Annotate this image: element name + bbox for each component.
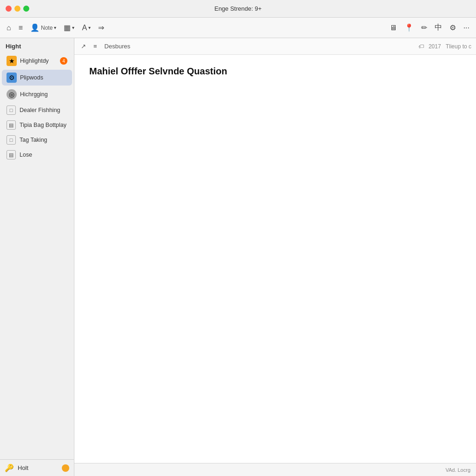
toolbar-right: 🖥 📍 ✏ 中 ⚙ ··· [387,21,472,34]
gear-icon: ⚙ [450,23,456,32]
sidebar-item-highlightdy[interactable]: ★ Highlightdy 4 [2,53,72,69]
sidebar-item-label-highlightdy: Highlightdy [20,58,49,64]
more-button[interactable]: ··· [461,22,472,34]
more-icon: ··· [463,24,469,32]
person-icon: 👤 [30,23,40,32]
key-icon: 🔑 [5,463,14,472]
content-toolbar: ↗ ≡ Desbures 🏷 2017 Tlieup to c [74,38,476,55]
close-button[interactable] [6,6,12,12]
minimize-button[interactable] [14,6,20,12]
location-button[interactable]: 📍 [402,21,416,34]
year-label: 2017 [429,43,441,50]
forward-icon: ⇒ [98,23,104,32]
toolbar-right-info: 🏷 2017 Tlieup to c [418,43,471,50]
main-toolbar: ⌂ ≡ 👤 Note ▾ ▦ ▾ A ▾ ⇒ 🖥 📍 ✏ 中 ⚙ [0,18,476,38]
expand-button[interactable]: ↗ [79,42,88,51]
table-button[interactable]: ▦ ▾ [61,21,77,34]
list-view-button[interactable]: ≡ [92,42,99,51]
sidebar-item-hichrgging[interactable]: ◎ Hichrgging [2,86,72,102]
chevron-down-icon: ▾ [54,25,56,30]
screen-icon: 🖥 [390,24,397,32]
sidebar-item-label-tipia: Tipia Bag Bottplay [20,122,66,128]
sidebar-item-label-tag-taking: Tag Taking [20,137,47,143]
screen-button[interactable]: 🖥 [387,22,400,34]
hichrgging-icon: ◎ [7,89,17,99]
home-icon: ⌂ [7,24,11,32]
list-icon: ≡ [93,43,97,50]
tag-icon: 🏷 [418,43,424,50]
home-button[interactable]: ⌂ [4,22,14,34]
main-area: Hight ★ Highlightdy 4 ⚙ Plipwods ◎ Hichr… [0,38,476,476]
lose-icon: ▤ [7,150,16,159]
maximize-button[interactable] [23,6,29,12]
sidebar-item-dealer-fishhing[interactable]: □ Dealer Fishhing [2,103,72,117]
tag-taking-icon: □ [7,135,16,145]
status-text: VAd. Locrg [445,467,470,473]
sidebar-item-label-plipwods: Plipwods [20,74,43,81]
settings-button[interactable]: ⚙ [447,21,459,34]
menu-icon: ≡ [19,24,23,32]
translate-button[interactable]: 中 [432,21,445,34]
expand-icon: ↗ [81,43,86,50]
sidebar-footer[interactable]: 🔑 Holt [0,459,74,476]
sidebar-item-tipia-bag-bottplay[interactable]: ▤ Tipia Bag Bottplay [2,118,72,132]
sidebar-item-plipwods[interactable]: ⚙ Plipwods [2,70,72,86]
sidebar-item-label-dealer-fishhing: Dealer Fishhing [20,107,60,113]
tipia-icon: ▤ [7,120,16,130]
highlightdy-badge: 4 [60,57,67,65]
sidebar: Hight ★ Highlightdy 4 ⚙ Plipwods ◎ Hichr… [0,38,74,476]
forward-button[interactable]: ⇒ [95,21,107,34]
table-icon: ▦ [64,23,71,32]
location-icon: 📍 [404,23,414,32]
sidebar-item-tag-taking[interactable]: □ Tag Taking [2,133,72,147]
footer-badge [62,464,69,472]
pencil-button[interactable]: ✏ [418,21,430,34]
traffic-lights [6,6,29,12]
sidebar-header: Hight [0,38,74,53]
plipwods-icon: ⚙ [7,73,17,83]
sidebar-item-label-lose: Lose [20,152,32,158]
footer-label: Holt [18,464,28,471]
text-icon: A [82,24,87,32]
content-area: ↗ ≡ Desbures 🏷 2017 Tlieup to c Mahiel O… [74,38,476,476]
note-button[interactable]: 👤 Note ▾ [27,21,59,34]
note-area[interactable]: Mahiel Offfer Selvnde Quastion [74,55,476,463]
highlightdy-icon: ★ [7,56,17,66]
window-title: Enge Strende: 9+ [214,5,262,12]
content-title: Desbures [105,43,131,50]
title-bar: Enge Strende: 9+ [0,0,476,18]
chevron-down-icon2: ▾ [72,25,74,30]
chevron-down-icon3: ▾ [88,25,91,30]
sidebar-item-label-hichrgging: Hichrgging [20,91,48,98]
right-text: Tlieup to c [446,43,471,50]
text-button[interactable]: A ▾ [79,22,93,34]
menu-button[interactable]: ≡ [16,22,26,34]
translate-icon: 中 [435,23,442,33]
sidebar-item-lose[interactable]: ▤ Lose [2,148,72,162]
pencil-icon: ✏ [421,23,427,32]
status-bar: VAd. Locrg [74,463,476,476]
dealer-fishhing-icon: □ [7,106,16,115]
note-label: Note [41,25,53,31]
note-title: Mahiel Offfer Selvnde Quastion [89,66,461,77]
